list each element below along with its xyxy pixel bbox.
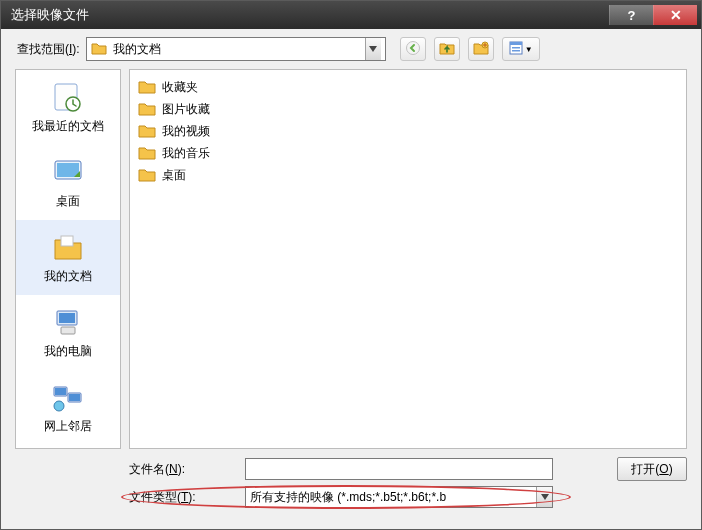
dialog-body: 我最近的文档 桌面 我的文档 我的电脑 网上邻居 收藏夹 <box>1 69 701 449</box>
views-icon <box>509 41 523 58</box>
svg-rect-9 <box>57 163 79 177</box>
desktop-icon <box>51 155 85 189</box>
folder-icon <box>138 101 156 117</box>
mydocs-icon <box>51 230 85 264</box>
folder-icon <box>138 79 156 95</box>
titlebar: 选择映像文件 ? ✕ <box>1 1 701 29</box>
svg-rect-5 <box>512 50 520 52</box>
new-folder-icon <box>473 41 489 58</box>
list-item[interactable]: 我的视频 <box>138 120 678 142</box>
item-label: 我的视频 <box>162 123 210 140</box>
file-name-row: 文件名(N): 打开(O) <box>129 455 687 483</box>
place-label: 我最近的文档 <box>32 118 104 135</box>
list-item[interactable]: 桌面 <box>138 164 678 186</box>
back-button[interactable] <box>400 37 426 61</box>
svg-point-0 <box>406 41 419 54</box>
help-button[interactable]: ? <box>609 5 653 25</box>
item-label: 收藏夹 <box>162 79 198 96</box>
look-in-value: 我的文档 <box>113 41 359 58</box>
svg-rect-12 <box>59 313 75 323</box>
place-label: 我的电脑 <box>44 343 92 360</box>
place-label: 网上邻居 <box>44 418 92 435</box>
close-button[interactable]: ✕ <box>653 5 697 25</box>
dialog-footer: 文件名(N): 打开(O) 文件类型(T): 所有支持的映像 (*.mds;*.… <box>1 449 701 511</box>
svg-rect-17 <box>69 394 80 401</box>
file-type-value: 所有支持的映像 (*.mds;*.b5t;*.b6t;*.b <box>250 489 536 506</box>
place-network[interactable]: 网上邻居 <box>16 370 120 445</box>
file-type-label: 文件类型(T): <box>129 489 237 506</box>
folder-icon <box>138 123 156 139</box>
svg-rect-15 <box>55 388 66 395</box>
nav-toolbar: ▼ <box>400 37 540 61</box>
computer-icon <box>51 305 85 339</box>
file-dialog: 选择映像文件 ? ✕ 查找范围(I): 我的文档 <box>0 0 702 530</box>
item-label: 我的音乐 <box>162 145 210 162</box>
list-item[interactable]: 收藏夹 <box>138 76 678 98</box>
item-label: 桌面 <box>162 167 186 184</box>
place-mydocs[interactable]: 我的文档 <box>16 220 120 295</box>
chevron-down-icon[interactable] <box>536 487 552 507</box>
svg-rect-13 <box>61 327 75 334</box>
new-folder-button[interactable] <box>468 37 494 61</box>
place-label: 我的文档 <box>44 268 92 285</box>
folder-icon <box>138 167 156 183</box>
chevron-down-icon[interactable] <box>365 38 381 60</box>
file-list[interactable]: 收藏夹 图片收藏 我的视频 我的音乐 桌面 <box>129 69 687 449</box>
place-desktop[interactable]: 桌面 <box>16 145 120 220</box>
file-name-input[interactable] <box>245 458 553 480</box>
item-label: 图片收藏 <box>162 101 210 118</box>
chevron-down-icon: ▼ <box>525 45 533 54</box>
look-in-combo[interactable]: 我的文档 <box>86 37 386 61</box>
svg-rect-10 <box>61 236 73 246</box>
up-icon <box>439 41 455 58</box>
folder-icon <box>91 41 107 57</box>
svg-point-18 <box>54 401 64 411</box>
list-item[interactable]: 我的音乐 <box>138 142 678 164</box>
file-name-label: 文件名(N): <box>129 461 237 478</box>
file-type-row: 文件类型(T): 所有支持的映像 (*.mds;*.b5t;*.b6t;*.b <box>129 483 687 511</box>
toolbar-row: 查找范围(I): 我的文档 <box>1 29 701 69</box>
network-icon <box>51 380 85 414</box>
places-bar: 我最近的文档 桌面 我的文档 我的电脑 网上邻居 <box>15 69 121 449</box>
place-label: 桌面 <box>56 193 80 210</box>
svg-rect-4 <box>512 47 520 49</box>
place-mycomputer[interactable]: 我的电脑 <box>16 295 120 370</box>
window-title: 选择映像文件 <box>11 6 609 24</box>
back-icon <box>406 41 420 58</box>
look-in-label: 查找范围(I): <box>17 41 80 58</box>
folder-icon <box>138 145 156 161</box>
file-type-combo[interactable]: 所有支持的映像 (*.mds;*.b5t;*.b6t;*.b <box>245 486 553 508</box>
close-icon: ✕ <box>670 7 682 23</box>
up-button[interactable] <box>434 37 460 61</box>
list-item[interactable]: 图片收藏 <box>138 98 678 120</box>
open-button[interactable]: 打开(O) <box>617 457 687 481</box>
place-recent[interactable]: 我最近的文档 <box>16 70 120 145</box>
svg-rect-3 <box>510 42 522 45</box>
views-button[interactable]: ▼ <box>502 37 540 61</box>
recent-icon <box>51 80 85 114</box>
